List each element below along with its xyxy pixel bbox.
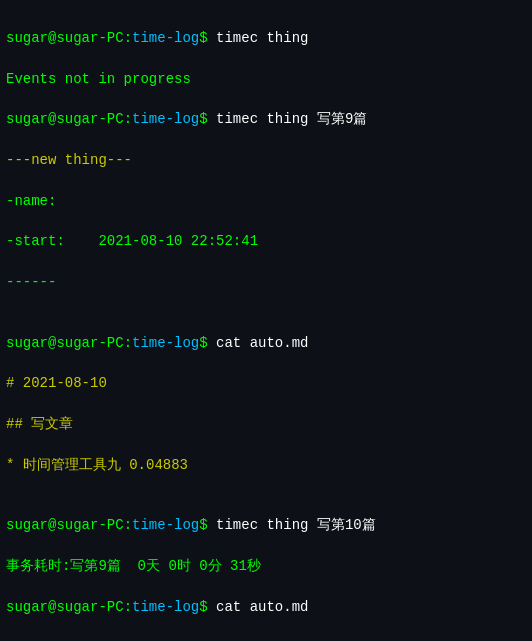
prompt-user: sugar@sugar-PC xyxy=(6,517,124,533)
prompt-user: sugar@sugar-PC xyxy=(6,30,124,46)
terminal-line: # 2021-08-10 xyxy=(6,637,526,641)
terminal-line: ------ xyxy=(6,272,526,292)
terminal-line: sugar@sugar-PC:time-log$ cat auto.md xyxy=(6,333,526,353)
prompt-path: time-log xyxy=(132,517,199,533)
cmd-text: timec thing 写第9篇 xyxy=(216,111,367,127)
terminal-line: * 时间管理工具九 0.04883 xyxy=(6,455,526,475)
prompt-path: time-log xyxy=(132,335,199,351)
prompt-user: sugar@sugar-PC xyxy=(6,111,124,127)
cmd-text: cat auto.md xyxy=(216,599,308,615)
terminal-line: sugar@sugar-PC:time-log$ cat auto.md xyxy=(6,597,526,617)
cmd-text: timec thing xyxy=(216,30,308,46)
terminal-line: -name: xyxy=(6,191,526,211)
cmd-text: timec thing 写第10篇 xyxy=(216,517,376,533)
terminal-line: sugar@sugar-PC:time-log$ timec thing 写第9… xyxy=(6,109,526,129)
terminal-line: 事务耗时:写第9篇 0天 0时 0分 31秒 xyxy=(6,556,526,576)
prompt-path: time-log xyxy=(132,30,199,46)
terminal-line: ---new thing--- xyxy=(6,150,526,170)
prompt-path: time-log xyxy=(132,599,199,615)
cmd-text: cat auto.md xyxy=(216,335,308,351)
terminal-line: sugar@sugar-PC:time-log$ timec thing 写第1… xyxy=(6,515,526,535)
terminal-line: # 2021-08-10 xyxy=(6,373,526,393)
prompt-user: sugar@sugar-PC xyxy=(6,599,124,615)
terminal-line: ## 写文章 xyxy=(6,414,526,434)
terminal-line: sugar@sugar-PC:time-log$ timec thing xyxy=(6,28,526,48)
prompt-path: time-log xyxy=(132,111,199,127)
terminal-line: -start: 2021-08-10 22:52:41 xyxy=(6,231,526,251)
terminal-window: sugar@sugar-PC:time-log$ timec thing Eve… xyxy=(6,8,526,641)
terminal-line: Events not in progress xyxy=(6,69,526,89)
prompt-user: sugar@sugar-PC xyxy=(6,335,124,351)
